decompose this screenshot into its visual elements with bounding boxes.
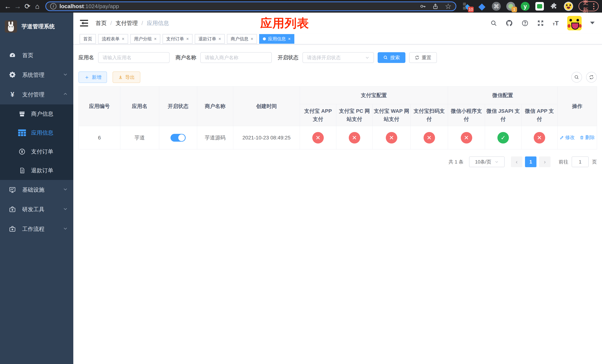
user-avatar[interactable]: [567, 16, 582, 30]
col-header-alipay-app: 支付宝 APP 支付: [300, 104, 336, 126]
y-extension-icon[interactable]: y: [520, 1, 530, 11]
reset-button[interactable]: 重置: [409, 52, 437, 63]
table-toolbar: ＋ 新增 导出: [78, 72, 597, 83]
breadcrumb-home[interactable]: 首页: [96, 20, 107, 27]
col-header-merchant: 商户名称: [197, 86, 233, 126]
payment-submenu: 商户信息 应用信息 支付订单 退款订单: [0, 104, 73, 180]
export-button[interactable]: 导出: [113, 72, 140, 83]
share-icon[interactable]: [432, 3, 439, 10]
address-bar[interactable]: i localhost:1024/pay/app ☆: [45, 1, 456, 11]
sidebar-item-workflow[interactable]: 工作流程: [0, 219, 73, 239]
browser-home-button[interactable]: ⌂: [33, 1, 42, 11]
page-header: 首页 / 支付管理 / 应用信息 应用列表 тT: [73, 13, 602, 34]
tab-user-group[interactable]: 用户分组×: [130, 34, 160, 44]
password-key-icon[interactable]: [420, 3, 426, 10]
sidebar-item-system[interactable]: 系统管理: [0, 65, 73, 85]
tab-pay-orders[interactable]: 支付订单×: [162, 34, 193, 44]
sidebar-item-infrastructure[interactable]: 基础设施: [0, 180, 73, 200]
bookmark-star-icon[interactable]: ☆: [445, 3, 452, 10]
cell-created: 2021-10-23 08:49:25: [233, 126, 300, 150]
help-icon[interactable]: [521, 20, 528, 27]
pinned-extension-icon[interactable]: ◆ 10: [462, 1, 472, 11]
sidebar-item-home[interactable]: 首页: [0, 45, 73, 65]
show-search-toggle-button[interactable]: [571, 72, 582, 83]
extensions-strip: ◆ 10 ◆ ⌘ 1 y: [462, 1, 573, 11]
delete-link[interactable]: 删除: [580, 134, 595, 141]
close-icon[interactable]: ×: [186, 36, 189, 42]
table-grid-icon: [18, 129, 26, 136]
close-icon[interactable]: ×: [154, 36, 157, 42]
profile-avatar-icon[interactable]: [564, 1, 573, 11]
sidebar-item-dev-tools[interactable]: 研发工具: [0, 200, 73, 219]
search-button[interactable]: 搜索: [378, 52, 405, 63]
enabled-toggle[interactable]: [171, 134, 186, 142]
yen-icon: ¥: [8, 91, 17, 98]
browser-back-button[interactable]: ←: [3, 1, 12, 11]
refresh-icon: [589, 75, 594, 80]
status-label: 开启状态: [278, 54, 298, 61]
tab-home[interactable]: 首页: [80, 34, 96, 44]
goto-page-input[interactable]: [572, 156, 589, 167]
download-icon: [118, 75, 123, 80]
cell-app-id: 6: [79, 126, 120, 150]
prev-page-button[interactable]: ‹: [511, 156, 522, 167]
col-header-wx-mini: 微信小程序支付: [448, 104, 485, 126]
cell-merchant: 芋道源码: [197, 126, 233, 150]
app-name-label: 应用名: [78, 54, 94, 61]
dashboard-icon: [8, 52, 17, 59]
document-icon: [18, 167, 26, 174]
browser-menu-icon[interactable]: [593, 3, 594, 10]
next-page-button[interactable]: ›: [539, 156, 550, 167]
app-name-input[interactable]: [98, 52, 170, 63]
browser-update-button[interactable]: 更新: [579, 1, 599, 11]
breadcrumb-payment[interactable]: 支付管理: [116, 20, 138, 27]
kite-extension-icon[interactable]: ◆: [477, 1, 487, 11]
sidebar-item-merchant-info[interactable]: 商户信息: [0, 104, 73, 123]
group-header-wechat: 微信配置: [448, 86, 558, 104]
sidebar-item-payment[interactable]: ¥ 支付管理: [0, 85, 73, 104]
tab-app-info[interactable]: 应用信息×: [259, 34, 294, 44]
sidebar: 芋道管理系统 首页 系统管理 ¥ 支付管理: [0, 13, 73, 364]
tab-refund-orders[interactable]: 退款订单×: [195, 34, 225, 44]
font-size-icon[interactable]: тT: [553, 20, 559, 27]
alipay-pc-status-icon: [349, 132, 360, 143]
sidebar-item-refund-orders[interactable]: 退款订单: [0, 161, 73, 180]
tab-merchant-info[interactable]: 商户信息×: [227, 34, 257, 44]
sidebar-collapse-icon[interactable]: [80, 20, 88, 27]
close-icon[interactable]: ×: [122, 36, 124, 42]
chevron-down-icon: [63, 206, 68, 213]
chat-extension-icon[interactable]: [535, 1, 544, 11]
puzzle-extensions-icon[interactable]: [549, 1, 559, 11]
page-size-select[interactable]: 10条/页: [469, 156, 505, 167]
search-icon[interactable]: [490, 20, 497, 26]
col-header-alipay-qr: 支付宝扫码支付: [411, 104, 448, 126]
edit-link[interactable]: 修改: [559, 134, 575, 141]
chevron-down-icon: [63, 72, 68, 78]
refresh-table-button[interactable]: [586, 72, 597, 83]
sidebar-logo-row[interactable]: 芋道管理系统: [0, 13, 73, 40]
browser-reload-button[interactable]: ⟳: [23, 1, 32, 11]
sidebar-menu: 首页 系统管理 ¥ 支付管理 商户信息: [0, 45, 73, 239]
command-extension-icon[interactable]: ⌘: [492, 1, 501, 11]
proxy-badge: 1: [511, 7, 517, 12]
site-info-icon[interactable]: i: [50, 3, 56, 10]
tab-process-form[interactable]: 流程表单×: [98, 34, 128, 44]
proxy-extension-icon[interactable]: 1: [506, 1, 516, 11]
sidebar-item-app-info[interactable]: 应用信息: [0, 123, 73, 142]
close-icon[interactable]: ×: [288, 36, 291, 42]
avatar-caret-icon[interactable]: [590, 22, 595, 26]
browser-toolbar: ← → ⟳ ⌂ i localhost:1024/pay/app ☆ ◆ 10 …: [0, 0, 602, 13]
browser-forward-button[interactable]: →: [13, 1, 22, 11]
breadcrumb-current: 应用信息: [147, 20, 169, 27]
merchant-name-input[interactable]: [200, 52, 272, 63]
fullscreen-icon[interactable]: [537, 20, 544, 27]
page-number-button[interactable]: 1: [525, 156, 537, 167]
close-icon[interactable]: ×: [218, 36, 221, 42]
github-icon[interactable]: [505, 20, 513, 27]
add-button[interactable]: ＋ 新增: [78, 72, 107, 83]
trash-icon: [580, 135, 584, 140]
sidebar-item-pay-orders[interactable]: 支付订单: [0, 142, 73, 161]
close-icon[interactable]: ×: [251, 36, 253, 42]
status-select[interactable]: 请选择开启状态: [302, 52, 374, 63]
search-icon: [383, 55, 388, 60]
